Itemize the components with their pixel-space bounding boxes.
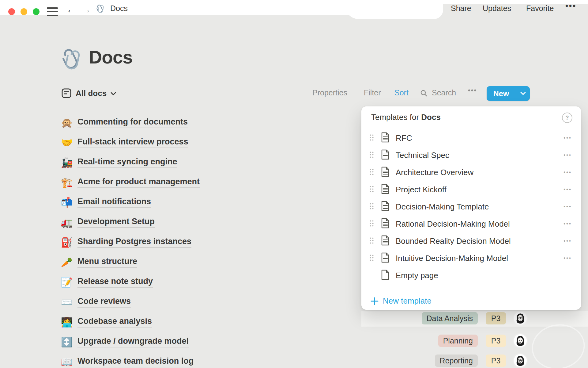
doc-list-item[interactable]: 🤝 Full-stack interview process (60, 136, 188, 149)
doc-emoji-icon: 🚛 (60, 217, 74, 228)
template-row[interactable]: RFC ••• (361, 129, 581, 147)
new-button-label: New (487, 89, 516, 98)
template-row[interactable]: Decision-Making Template ••• (361, 198, 581, 215)
template-more-button[interactable]: ••• (564, 186, 572, 193)
linked-paperclips-icon (96, 4, 105, 15)
back-button[interactable]: ← (66, 2, 77, 16)
new-template-label: New template (383, 296, 432, 306)
popover-divider (361, 288, 581, 288)
doc-meta-row: Reporting P3 (0, 355, 588, 368)
titlebar-more-button[interactable]: ••• (565, 1, 576, 11)
search-button[interactable]: Search (432, 88, 456, 97)
document-icon (381, 235, 390, 247)
doc-title: Sharding Postgres instances (77, 237, 191, 248)
drag-handle-icon[interactable] (369, 254, 374, 263)
new-button-caret[interactable] (516, 92, 530, 95)
window-minimize-button[interactable] (21, 8, 27, 15)
view-selector[interactable]: All docs (61, 87, 116, 99)
sidebar-toggle-icon[interactable] (47, 7, 58, 16)
doc-title: Email notifications (77, 197, 151, 208)
page-title: Docs (89, 47, 133, 68)
template-label: RFC (396, 133, 412, 143)
filter-button[interactable]: Filter (364, 88, 381, 97)
drag-handle-icon[interactable] (369, 220, 374, 228)
updates-button[interactable]: Updates (483, 3, 511, 14)
template-label: Technical Spec (396, 151, 449, 160)
forward-button[interactable]: → (81, 2, 91, 16)
view-selector-label: All docs (76, 89, 107, 98)
template-row[interactable]: Project Kickoff ••• (361, 181, 581, 198)
doc-list-item[interactable]: ⌨️ Code reviews (60, 295, 131, 309)
category-chip[interactable]: Data Analysis (422, 312, 478, 324)
plus-icon (371, 297, 379, 305)
category-chip[interactable]: Planning (438, 335, 478, 347)
template-more-button[interactable]: ••• (564, 221, 572, 227)
drag-handle-icon[interactable] (369, 203, 374, 211)
search-icon (420, 90, 428, 98)
doc-title: Code reviews (77, 297, 131, 308)
drag-handle-icon[interactable] (369, 151, 374, 159)
window-zoom-button[interactable] (33, 8, 40, 15)
doc-title: Full-stack interview process (77, 137, 188, 148)
toolbar-more-button[interactable]: ••• (468, 86, 477, 94)
drag-handle-icon[interactable] (369, 237, 374, 245)
doc-list-item[interactable]: 🏗️ Acme for product management (60, 176, 200, 189)
new-template-button[interactable]: New template (361, 292, 581, 310)
sort-button[interactable]: Sort (394, 88, 409, 97)
help-icon[interactable]: ? (562, 113, 572, 123)
document-icon (381, 218, 390, 230)
template-label: Bounded Reality Decision Model (396, 236, 511, 246)
doc-list-icon (61, 88, 72, 98)
document-icon (381, 270, 390, 281)
share-button[interactable]: Share (451, 3, 471, 14)
priority-chip[interactable]: P3 (486, 355, 506, 367)
page-icon-linked-paperclips[interactable] (60, 47, 82, 72)
drag-handle-icon[interactable] (369, 168, 374, 177)
doc-list-item[interactable]: 🥕 Menu structure (60, 255, 137, 269)
template-more-button[interactable]: ••• (564, 169, 572, 175)
doc-title: Menu structure (77, 257, 137, 268)
templates-popover: Templates for Docs ? New template (361, 106, 581, 310)
template-more-button[interactable]: ••• (564, 135, 572, 141)
template-more-button[interactable]: ••• (564, 204, 572, 210)
doc-emoji-icon: ⌨️ (60, 297, 74, 308)
document-icon (381, 167, 390, 178)
drag-handle-icon[interactable] (369, 186, 374, 194)
template-row[interactable]: Bounded Reality Decision Model ••• (361, 232, 581, 250)
template-more-button[interactable]: ••• (564, 152, 572, 158)
doc-list-item[interactable]: 🚂 Real-time syncing engine (60, 156, 177, 169)
doc-emoji-icon: 🙊 (60, 117, 74, 128)
template-more-button[interactable]: ••• (564, 238, 572, 244)
doc-list-item[interactable]: 🙊 Commenting for documents (60, 116, 188, 129)
category-chip[interactable]: Reporting (435, 355, 478, 367)
window-close-button[interactable] (8, 8, 15, 15)
doc-emoji-icon: 🏗️ (60, 177, 74, 188)
doc-title: Commenting for documents (77, 117, 188, 128)
drag-handle-icon[interactable] (369, 134, 374, 142)
avatar[interactable] (514, 312, 527, 325)
chevron-down-icon (520, 92, 526, 95)
window-title: Docs (110, 3, 128, 14)
doc-emoji-icon: 🤝 (60, 137, 74, 148)
avatar[interactable] (514, 334, 527, 347)
doc-emoji-icon: 🥕 (60, 257, 74, 268)
priority-chip[interactable]: P3 (486, 335, 506, 347)
template-row[interactable]: Rational Decision-Making Model ••• (361, 215, 581, 232)
template-more-button[interactable]: ••• (564, 255, 572, 261)
popover-title: Templates for Docs (371, 113, 441, 122)
priority-chip[interactable]: P3 (486, 312, 506, 324)
doc-list-item[interactable]: 📬 Email notifications (60, 196, 151, 209)
new-button[interactable]: New (487, 86, 530, 101)
properties-button[interactable]: Properties (312, 88, 347, 97)
avatar[interactable] (514, 354, 527, 367)
template-row[interactable]: Architecture Overview ••• (361, 164, 581, 181)
template-row[interactable]: Empty page ••• (361, 267, 581, 284)
doc-list-item[interactable]: 📝 Release note study (60, 275, 153, 289)
doc-title: Development Setup (77, 217, 155, 228)
template-row[interactable]: Technical Spec ••• (361, 147, 581, 164)
template-row[interactable]: Intuitive Decision-Making Model ••• (361, 250, 581, 267)
doc-list-item[interactable]: ⛽ Sharding Postgres instances (60, 236, 191, 249)
doc-list-item[interactable]: 🚛 Development Setup (60, 216, 155, 229)
popover-title-subject: Docs (421, 113, 441, 122)
favorite-button[interactable]: Favorite (526, 3, 554, 14)
